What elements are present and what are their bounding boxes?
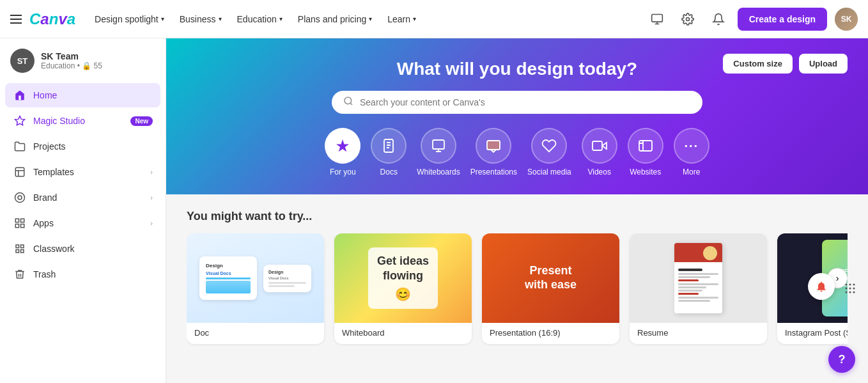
suggestion-card-resume[interactable]: Resume [630, 233, 767, 344]
chevron-right-icon: › [150, 168, 153, 176]
chevron-down-icon: ▾ [369, 15, 372, 22]
svg-rect-6 [21, 219, 24, 222]
nav-learn[interactable]: Learn ▾ [381, 10, 422, 28]
notification-alert-container [808, 273, 835, 300]
hero-search-container [332, 91, 702, 114]
resume-card-image [630, 233, 767, 323]
classwork-icon [13, 243, 27, 254]
sidebar-item-projects[interactable]: Projects [5, 134, 160, 159]
canva-logo[interactable]: Canva [29, 10, 75, 28]
suggestion-card-whiteboard[interactable]: Get ideas flowing 😊 Whiteboard [334, 233, 472, 344]
menu-button[interactable] [10, 15, 22, 24]
brand-icon [13, 192, 27, 203]
sidebar-item-brand[interactable]: Brand › [5, 185, 160, 210]
header-nav: Design spotlight ▾ Business ▾ Education … [88, 10, 646, 28]
bell-button[interactable] [707, 8, 730, 31]
grid-dots-button[interactable] [839, 277, 862, 300]
instagram-card-label: Instagram Post (Squa… [777, 323, 848, 344]
whiteboard-card-label: Whiteboard [334, 323, 472, 344]
svg-point-22 [846, 292, 848, 293]
header-actions: Create a design SK [646, 8, 858, 31]
svg-rect-7 [21, 224, 24, 228]
nav-education[interactable]: Education ▾ [231, 10, 289, 28]
category-more[interactable]: ··· More [674, 128, 709, 176]
docs-circle [371, 128, 407, 164]
doc-card-label: Doc [187, 323, 324, 344]
monitor-button[interactable] [646, 8, 669, 31]
sidebar-item-classwork[interactable]: Classwork [5, 237, 160, 261]
nav-design-spotlight[interactable]: Design spotlight ▾ [88, 10, 171, 28]
category-presentations[interactable]: Presentations [470, 128, 517, 176]
for-you-circle [325, 128, 360, 164]
sidebar-item-magic-studio[interactable]: Magic Studio New [5, 109, 160, 133]
svg-point-20 [849, 288, 851, 290]
svg-rect-8 [15, 224, 19, 228]
settings-button[interactable] [676, 8, 699, 31]
create-design-button[interactable]: Create a design [738, 8, 827, 31]
svg-rect-14 [593, 141, 602, 150]
svg-rect-15 [639, 141, 652, 151]
chevron-down-icon: ▾ [219, 15, 222, 22]
sidebar-item-home[interactable]: Home [5, 83, 160, 107]
help-button[interactable]: ? [828, 346, 855, 373]
suggestion-card-doc[interactable]: Design Visual Docs Design Visual Docs [187, 233, 324, 344]
svg-point-4 [18, 196, 22, 199]
svg-rect-11 [433, 140, 444, 149]
suggestions-grid: Design Visual Docs Design Visual Docs [187, 233, 848, 349]
svg-point-24 [853, 292, 855, 293]
home-icon [13, 90, 27, 101]
category-whiteboards[interactable]: Whiteboards [417, 128, 460, 176]
apps-icon [13, 217, 27, 229]
user-meta: Education • 🔒 55 [41, 61, 102, 70]
websites-circle [628, 128, 663, 164]
sidebar-nav: Home Magic Studio New Projects [0, 81, 166, 290]
svg-point-1 [686, 17, 689, 20]
trash-icon [13, 269, 27, 280]
hero-banner: Custom size Upload What will you design … [166, 38, 868, 194]
custom-size-button[interactable]: Custom size [723, 54, 793, 74]
upload-button[interactable]: Upload [799, 54, 848, 74]
suggestions-title: You might want to try... [187, 210, 848, 223]
svg-point-16 [846, 284, 848, 286]
presentation-card-label: Presentation (16:9) [482, 323, 619, 344]
svg-point-17 [849, 284, 851, 286]
folder-icon [13, 141, 27, 152]
nav-plans-pricing[interactable]: Plans and pricing ▾ [291, 10, 378, 28]
sidebar-item-apps[interactable]: Apps › [5, 211, 160, 235]
main-content: Custom size Upload What will you design … [166, 38, 868, 383]
grid-dots-container [839, 277, 862, 300]
template-icon [13, 166, 27, 178]
category-docs[interactable]: Docs [371, 128, 407, 176]
suggestion-card-presentation[interactable]: Presentwith ease Presentation (16:9) [482, 233, 619, 344]
presentation-card-image: Presentwith ease [482, 233, 619, 323]
svg-rect-2 [15, 168, 24, 176]
chevron-right-icon: › [150, 194, 153, 201]
social-media-circle [531, 128, 567, 164]
svg-marker-13 [602, 143, 607, 149]
search-icon [343, 96, 353, 109]
svg-rect-0 [651, 14, 662, 22]
avatar[interactable]: SK [835, 8, 858, 31]
sidebar-item-trash[interactable]: Trash [5, 262, 160, 286]
user-name: SK Team [41, 51, 102, 61]
search-input[interactable] [360, 97, 691, 107]
notification-alert-button[interactable] [808, 273, 835, 300]
chevron-down-icon: ▾ [279, 15, 283, 22]
chevron-down-icon: ▾ [161, 15, 164, 22]
doc-card-image: Design Visual Docs Design Visual Docs [187, 233, 324, 323]
category-websites[interactable]: Websites [628, 128, 663, 176]
whiteboard-card-image: Get ideas flowing 😊 [334, 233, 472, 323]
svg-rect-5 [15, 219, 19, 222]
magic-icon [13, 115, 27, 127]
sidebar-item-templates[interactable]: Templates › [5, 160, 160, 184]
main-layout: ST SK Team Education • 🔒 55 Home Magic S… [0, 38, 868, 383]
category-social-media[interactable]: Social media [527, 128, 571, 176]
new-badge: New [130, 116, 153, 126]
category-for-you[interactable]: For you [325, 128, 360, 176]
nav-business[interactable]: Business ▾ [173, 10, 228, 28]
svg-rect-10 [384, 139, 393, 152]
svg-rect-12 [487, 141, 500, 150]
svg-point-3 [15, 193, 25, 203]
category-videos[interactable]: Videos [582, 128, 617, 176]
resume-card-label: Resume [630, 323, 767, 344]
